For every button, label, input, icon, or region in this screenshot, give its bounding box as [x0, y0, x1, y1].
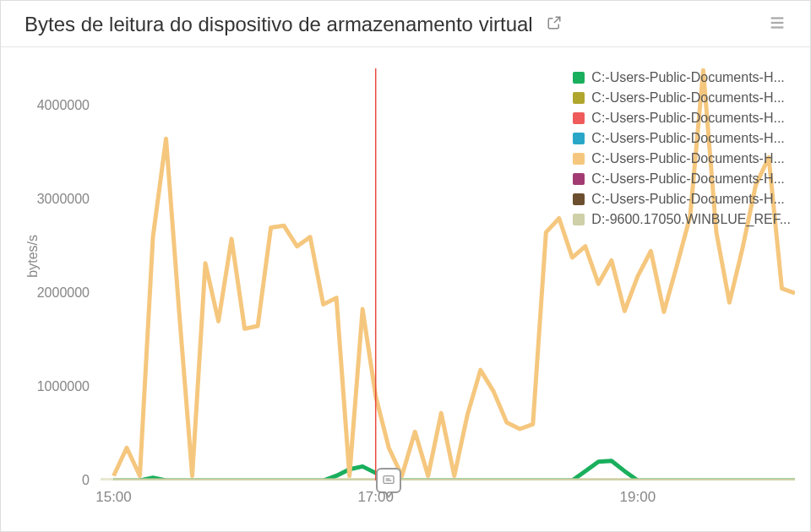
legend-label: D:-9600.17050.WINBLUE_REF...	[591, 212, 791, 227]
legend-swatch	[573, 193, 585, 205]
open-external-icon[interactable]	[547, 15, 562, 34]
legend-label: C:-Users-Public-Documents-H...	[591, 192, 784, 207]
legend-item[interactable]: C:-Users-Public-Documents-H...	[573, 90, 791, 106]
legend-label: C:-Users-Public-Documents-H...	[591, 90, 784, 106]
y-tick-label: 2000000	[37, 285, 90, 301]
legend-swatch	[573, 153, 585, 165]
chart-area: bytes/s 01000000200000030000004000000 15…	[24, 60, 795, 523]
chart-title: Bytes de leitura do dispositivo de armaz…	[24, 13, 533, 36]
y-axis-ticks: 01000000200000030000004000000	[24, 68, 96, 480]
legend-swatch	[573, 214, 585, 225]
y-tick-label: 0	[82, 473, 90, 488]
x-tick-label: 15:00	[95, 489, 132, 506]
legend-item[interactable]: D:-9600.17050.WINBLUE_REF...	[573, 212, 791, 227]
legend-item[interactable]: C:-Users-Public-Documents-H...	[573, 131, 791, 146]
y-tick-label: 3000000	[37, 192, 90, 207]
legend-label: C:-Users-Public-Documents-H...	[591, 70, 784, 85]
legend-label: C:-Users-Public-Documents-H...	[591, 131, 784, 146]
legend-swatch	[573, 72, 585, 84]
hamburger-menu-icon[interactable]	[768, 14, 787, 35]
x-tick-label: 19:00	[620, 489, 656, 506]
legend-label: C:-Users-Public-Documents-H...	[591, 171, 784, 187]
legend-item[interactable]: C:-Users-Public-Documents-H...	[573, 192, 791, 207]
widget-header: Bytes de leitura do dispositivo de armaz…	[1, 1, 810, 47]
legend-swatch	[573, 173, 585, 185]
legend-swatch	[573, 133, 585, 144]
legend-item[interactable]: C:-Users-Public-Documents-H...	[573, 111, 791, 126]
chart-widget: Bytes de leitura do dispositivo de armaz…	[0, 0, 811, 532]
legend-item[interactable]: C:-Users-Public-Documents-H...	[573, 70, 791, 85]
y-tick-label: 4000000	[37, 98, 90, 113]
legend-label: C:-Users-Public-Documents-H...	[591, 111, 784, 126]
legend-label: C:-Users-Public-Documents-H...	[591, 151, 784, 166]
legend-item[interactable]: C:-Users-Public-Documents-H...	[573, 171, 791, 187]
legend-swatch	[573, 112, 585, 124]
legend-item[interactable]: C:-Users-Public-Documents-H...	[573, 151, 791, 166]
legend-swatch	[573, 92, 585, 104]
y-tick-label: 1000000	[37, 379, 90, 394]
svg-rect-3	[384, 476, 394, 484]
x-tick-label: 17:00	[357, 489, 394, 506]
x-axis-ticks: 15:0017:0019:00	[101, 489, 795, 514]
legend: C:-Users-Public-Documents-H...C:-Users-P…	[573, 70, 791, 232]
